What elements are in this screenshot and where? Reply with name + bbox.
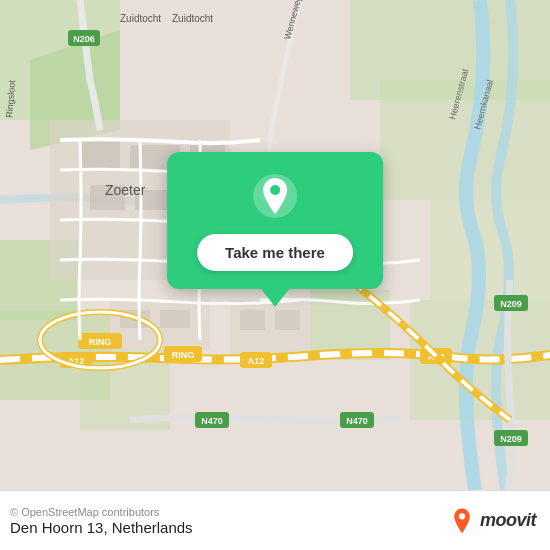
svg-point-54	[270, 185, 280, 195]
location-text: Den Hoorn 13, Netherlands	[10, 519, 193, 536]
svg-point-55	[459, 513, 465, 519]
take-me-there-button[interactable]: Take me there	[197, 234, 353, 271]
copyright-text: © OpenStreetMap contributors	[10, 506, 193, 518]
svg-rect-10	[430, 200, 550, 300]
svg-text:Zoeter: Zoeter	[105, 182, 146, 198]
svg-text:Zuidtocht: Zuidtocht	[120, 13, 161, 24]
svg-text:RING: RING	[89, 337, 112, 347]
svg-rect-19	[240, 310, 265, 330]
navigation-popup: Take me there	[167, 152, 383, 307]
map-pin-icon	[251, 172, 299, 220]
svg-text:Zuidtocht: Zuidtocht	[172, 13, 213, 24]
moovit-logo: moovit	[448, 507, 536, 535]
popup-tail	[261, 289, 289, 307]
svg-text:A12: A12	[248, 356, 265, 366]
svg-text:N470: N470	[346, 416, 368, 426]
svg-text:N209: N209	[500, 299, 522, 309]
svg-text:RING: RING	[172, 350, 195, 360]
moovit-pin-icon	[448, 507, 476, 535]
map-container: A12 A12 A12 N206 RING RING N470 N470 N20…	[0, 0, 550, 490]
popup-card: Take me there	[167, 152, 383, 289]
svg-rect-23	[160, 310, 190, 328]
svg-rect-20	[275, 310, 300, 330]
footer-left: © OpenStreetMap contributors Den Hoorn 1…	[10, 506, 193, 536]
footer-bar: © OpenStreetMap contributors Den Hoorn 1…	[0, 490, 550, 550]
svg-rect-12	[80, 140, 120, 170]
svg-text:N206: N206	[73, 34, 95, 44]
svg-text:N209: N209	[500, 434, 522, 444]
moovit-wordmark: moovit	[480, 510, 536, 531]
svg-text:N470: N470	[201, 416, 223, 426]
